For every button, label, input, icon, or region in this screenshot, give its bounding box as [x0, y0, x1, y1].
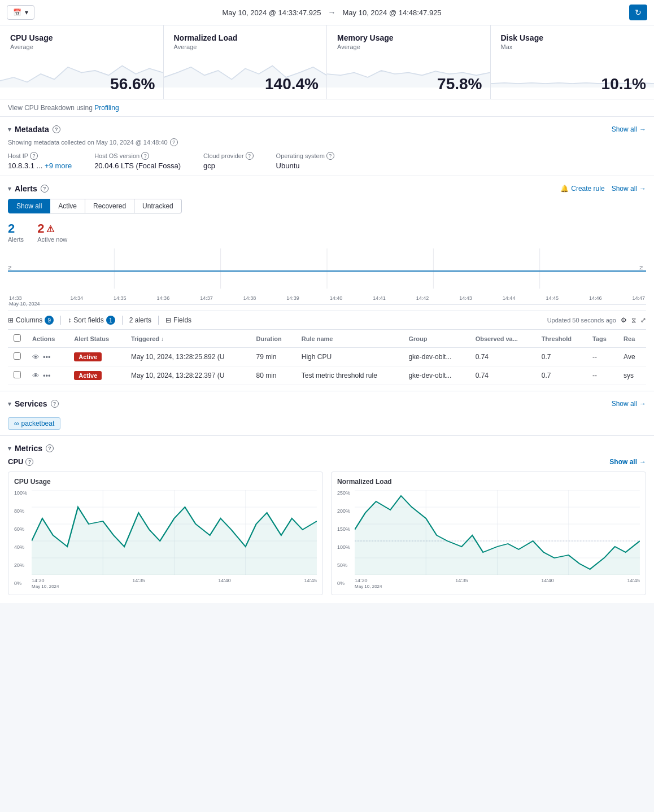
cpu-x-labels: 14:30May 10, 2024 14:35 14:40 14:45 [32, 577, 317, 589]
metadata-title-group: ▾ Metadata ? [8, 125, 60, 134]
bell-icon: 🔔 [560, 185, 569, 193]
row-1-tags: -- [587, 348, 618, 366]
th-observed: Observed va... [470, 330, 536, 348]
metric-card-cpu: CPU Usage Average 56.6% [0, 25, 164, 99]
services-items: ∞ packetbeat [8, 413, 646, 430]
services-title-group: ▾ Services ? [8, 399, 59, 408]
filter-button[interactable]: ⧖ [631, 316, 636, 324]
alerts-help-icon[interactable]: ? [41, 185, 49, 193]
svg-text:2: 2 [639, 265, 643, 270]
load-y-labels: 250%200%150%100%50%0% [337, 490, 350, 586]
services-section: ▾ Services ? Show all → ∞ packetbeat [0, 391, 654, 436]
alerts-header: ▾ Alerts ? 🔔 Create rule Show all → [8, 184, 646, 193]
metadata-show-all-arrow: → [639, 125, 646, 133]
filter-tab-untracked[interactable]: Untracked [134, 199, 182, 213]
row-2-checkbox[interactable] [14, 371, 21, 378]
alert-active-number: 2 ⚠ [37, 221, 67, 236]
alerts-title-group: ▾ Alerts ? [8, 184, 49, 193]
row-1-checkbox[interactable] [14, 352, 21, 360]
alert-timeline-chart: 2 2 14:33May 10, 2024 14:34 14:35 14:36 … [8, 248, 646, 305]
refresh-button[interactable]: ↻ [629, 5, 647, 20]
row-2-rea: sys [618, 366, 646, 385]
metric-memory-value: 75.8% [437, 75, 482, 93]
filter-tab-active[interactable]: Active [50, 199, 85, 213]
packetbeat-icon: ∞ [14, 420, 19, 427]
metrics-section: ▾ Metrics ? CPU ? Show all → CPU Usage 1… [0, 436, 654, 603]
metrics-show-all[interactable]: Show all → [609, 458, 646, 466]
metrics-help-icon[interactable]: ? [46, 444, 54, 452]
load-chart-area: 250%200%150%100%50%0% [337, 490, 640, 589]
host-ip-help[interactable]: ? [30, 152, 38, 160]
th-duration: Duration [250, 330, 295, 348]
row-1-rulename: High CPU [296, 348, 403, 366]
metrics-chevron: ▾ [8, 445, 11, 452]
cpu-help-icon[interactable]: ? [25, 458, 33, 466]
metric-card-memory: Memory Usage Average 75.8% [327, 25, 491, 99]
settings-button[interactable]: ⚙ [621, 316, 627, 324]
service-item-packetbeat[interactable]: ∞ packetbeat [8, 417, 60, 430]
fields-button[interactable]: ⊟ Fields [165, 316, 191, 324]
profiling-link-bar: View CPU Breakdown using Profiling [0, 99, 654, 117]
alerts-show-all[interactable]: Show all → [612, 185, 646, 193]
metadata-collecting-text: Showing metadata collected on May 10, 20… [8, 138, 646, 146]
os-help[interactable]: ? [326, 152, 334, 160]
cpu-usage-chart-box: CPU Usage 100%80%60%40%20%0% [8, 472, 323, 595]
fields-icon: ⊟ [165, 316, 171, 324]
table-toolbar-right: Updated 50 seconds ago ⚙ ⧖ ⤢ [547, 316, 646, 324]
metrics-title: Metrics [15, 444, 42, 453]
alert-stat-total: 2 Alerts [8, 221, 24, 243]
os-version-help[interactable]: ? [141, 152, 149, 160]
normalized-load-chart-box: Normalized Load 250%200%150%100%50%0% [331, 472, 646, 595]
row-1-observed: 0.74 [470, 348, 536, 366]
th-rulename: Rule name [296, 330, 403, 348]
alert-warn-icon: ⚠ [46, 224, 54, 234]
row-2-actions: 👁 ••• [32, 372, 63, 380]
start-time: May 10, 2024 @ 14:33:47.925 [222, 8, 321, 17]
cloud-provider-help[interactable]: ? [246, 152, 254, 160]
metric-load-sub: Average [174, 43, 317, 50]
columns-count: 9 [45, 316, 54, 325]
th-status: Alert Status [68, 330, 125, 348]
svg-text:2: 2 [8, 265, 12, 270]
services-help-icon[interactable]: ? [51, 400, 59, 408]
create-rule-button[interactable]: 🔔 Create rule [560, 185, 604, 193]
toolbar-divider-3 [158, 316, 159, 325]
row-1-duration: 79 min [250, 348, 295, 366]
filter-tab-show-all[interactable]: Show all [8, 199, 50, 213]
host-ip-more[interactable]: +9 more [45, 161, 72, 170]
metric-load-value: 140.4% [265, 75, 319, 93]
meta-field-cloud-provider: Cloud provider ? gcp [203, 152, 254, 170]
row-1-eye-icon[interactable]: 👁 [32, 353, 40, 361]
row-1-threshold: 0.7 [536, 348, 587, 366]
row-2-eye-icon[interactable]: 👁 [32, 372, 40, 380]
expand-button[interactable]: ⤢ [640, 316, 646, 324]
table-row: 👁 ••• Active May 10, 2024, 13:28:22.397 … [8, 366, 646, 385]
time-range: May 10, 2024 @ 14:33:47.925 → May 10, 20… [39, 8, 625, 17]
load-x-labels: 14:30May 10, 2024 14:35 14:40 14:45 [355, 577, 640, 589]
row-1-rea: Ave [618, 348, 646, 366]
th-threshold: Threshold [536, 330, 587, 348]
alert-total-number: 2 [8, 221, 24, 236]
metadata-collecting-help[interactable]: ? [170, 138, 178, 146]
filter-tab-recovered[interactable]: Recovered [85, 199, 134, 213]
services-header: ▾ Services ? Show all → [8, 399, 646, 408]
row-2-tags: -- [587, 366, 618, 385]
meta-field-os: Operating system ? Ubuntu [276, 152, 334, 170]
services-show-all[interactable]: Show all → [612, 400, 646, 408]
metadata-title: Metadata [15, 125, 49, 134]
sort-fields-button[interactable]: ↕ Sort fields 1 [68, 316, 115, 325]
row-1-more-icon[interactable]: ••• [43, 353, 51, 361]
time-picker-button[interactable]: 📅 ▾ [7, 5, 34, 20]
columns-button[interactable]: ⊞ Columns 9 [8, 316, 54, 325]
select-all-checkbox[interactable] [14, 334, 21, 342]
metric-cards: CPU Usage Average 56.6% Normalized Load … [0, 25, 654, 99]
profiling-link[interactable]: Profiling [94, 104, 119, 112]
metadata-show-all[interactable]: Show all → [612, 125, 646, 133]
metric-cpu-title: CPU Usage [10, 33, 153, 42]
row-2-more-icon[interactable]: ••• [43, 372, 51, 380]
metric-cpu-value: 56.6% [110, 75, 155, 93]
end-time: May 10, 2024 @ 14:48:47.925 [343, 8, 442, 17]
alerts-show-all-arrow: → [639, 185, 646, 193]
metric-load-title: Normalized Load [174, 33, 317, 42]
metadata-help-icon[interactable]: ? [53, 125, 60, 133]
